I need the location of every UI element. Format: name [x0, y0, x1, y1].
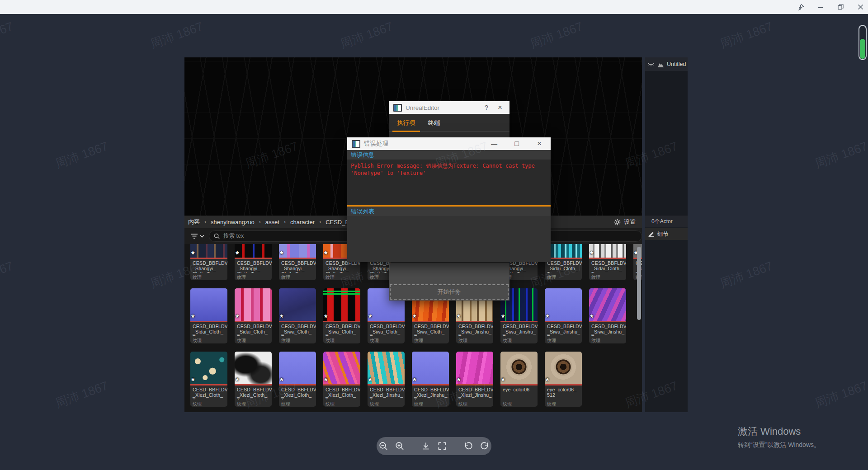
asset-name: CESD_BBFLDV_Xiezi_Jinshu_Tex	[368, 385, 405, 400]
asset-thumbnail: *	[412, 352, 449, 384]
screen-watermark-text: 周沛 1867	[53, 138, 111, 172]
asset-thumbnail: *	[545, 352, 582, 384]
asset-tile[interactable]: *CESD_BBFLDV_Sidai_Cloth_Tex纹理	[589, 244, 626, 280]
asset-thumbnail: *	[500, 352, 538, 384]
asset-tile[interactable]: *CESD_BBFLDV_Xiezi_Jinshu_Tex纹理	[456, 352, 493, 407]
asset-tile[interactable]: *CESD_BBFLDV_Siwa_Jinshu_Tex纹理	[545, 288, 582, 343]
settings-label: 设置	[624, 218, 636, 226]
asset-tile[interactable]: *CESD_BBFLDV_Xiezi_Cloth_Tex纹理	[235, 352, 272, 407]
close-button[interactable]: ×	[495, 103, 505, 112]
asset-name: eye_color06	[500, 385, 538, 400]
maximize-button[interactable]: □	[512, 140, 522, 148]
asset-thumbnail: *	[323, 288, 360, 321]
minimize-button[interactable]: —	[489, 140, 499, 147]
error-list[interactable]	[347, 216, 551, 262]
breadcrumb-item[interactable]: 内容	[188, 218, 200, 226]
asset-type-label: 纹理	[412, 336, 449, 343]
settings-button[interactable]: 设置	[614, 216, 636, 228]
asset-type-label: 纹理	[235, 336, 272, 343]
outliner-header: Untitled	[645, 57, 688, 71]
asset-name: CESD_BBFLDV_Shangyi_Cloth_T	[235, 259, 272, 273]
asset-type-label: 纹理	[500, 336, 538, 343]
asset-name: CESD_BBFLDV_Siwa_Jinshu_Tex	[500, 322, 538, 336]
error-dialog-title: 错误处理	[364, 140, 388, 148]
level-icon	[657, 61, 664, 67]
unsaved-asterisk-icon: *	[501, 315, 505, 321]
filter-button[interactable]	[191, 233, 204, 239]
close-button[interactable]: ×	[534, 139, 544, 148]
asset-type-label: 纹理	[279, 336, 316, 343]
outliner-body[interactable]	[645, 71, 688, 216]
asset-tile[interactable]: *CESD_BBFLDV_Xiezi_Cloth_Tex纹理	[190, 352, 227, 407]
zoom-in-icon[interactable]	[395, 441, 405, 451]
unreal-dialog-titlebar[interactable]: UnrealEditor ? ×	[389, 101, 509, 114]
asset-tile[interactable]: *CESD_BBFLDV_Xiezi_Cloth_Tex纹理	[279, 352, 316, 407]
asset-tile[interactable]: *eye_color06 纹理	[500, 352, 538, 407]
error-list-header: 错误列表	[347, 207, 551, 216]
asset-tile[interactable]: *CESD_BBFLDV_Shangyi_Cloth_T纹理	[235, 244, 272, 280]
asset-thumbnail: *	[589, 244, 626, 258]
breadcrumb-separator: ›	[319, 219, 321, 225]
asset-tile[interactable]: *eye_color06_512纹理	[545, 352, 582, 407]
unsaved-asterisk-icon: *	[280, 251, 283, 258]
asset-tile[interactable]: *CESD_BBFLDV_Xiezi_Jinshu_Tex纹理	[368, 352, 405, 407]
breadcrumb-item[interactable]: asset	[265, 219, 279, 226]
asset-tile[interactable]: *CESD_BBFLDV_Shangyi_Cloth_T纹理	[190, 244, 227, 280]
asset-name: CESD_BBFLDV_Siwa_Jinshu_Tex	[545, 322, 582, 336]
filter-icon	[191, 233, 198, 239]
eye-closed-icon[interactable]	[647, 62, 655, 67]
fullscreen-icon[interactable]	[437, 441, 447, 451]
asset-type-label: 纹理	[456, 336, 493, 343]
minimize-icon[interactable]	[816, 3, 825, 11]
breadcrumb-item[interactable]: shenyinwangzuo	[211, 219, 255, 226]
asset-name: CESD_BBFLDV_Xiezi_Cloth_Tex	[279, 385, 316, 400]
grid-scrollbar[interactable]	[637, 247, 641, 320]
tab-execute-items[interactable]: 执行项	[392, 119, 420, 132]
zoom-out-icon[interactable]	[378, 441, 388, 451]
asset-tile[interactable]: *CESD_BBFLDV_Sidai_Cloth_Tex纹理	[235, 288, 272, 343]
asset-tile[interactable]: *CESD_BBFLDV_Xiezi_Cloth_Tex纹理	[323, 352, 360, 407]
unsaved-asterisk-icon: *	[457, 378, 460, 384]
asset-tile[interactable]: *CESD_BBFLDV_Xiezi_Jinshu_Tex纹理	[412, 352, 449, 407]
asset-tile[interactable]: *CESD_BBFLDV_Siwa_Cloth_Tex纹理	[279, 288, 316, 343]
asset-type-label: 纹理	[545, 400, 582, 407]
asset-tile[interactable]: *CESD_BBFLDV_Shangyi_Cloth_T纹理	[279, 244, 316, 280]
asset-name: CESD_BBFLDV_Siwa_Jinshu_Tex	[456, 322, 493, 336]
screen-watermark-text: 周沛 1867	[718, 18, 775, 52]
activation-title: 激活 Windows	[738, 425, 820, 438]
breadcrumb-item[interactable]: character	[290, 219, 315, 226]
rotate-ccw-icon[interactable]	[463, 441, 473, 451]
download-icon[interactable]	[421, 441, 431, 451]
pin-icon[interactable]	[797, 3, 805, 11]
unsaved-asterisk-icon: *	[413, 315, 416, 321]
asset-thumbnail: *	[235, 288, 272, 321]
asset-name: CESD_BBFLDV_Siwa_Cloth_Tex	[279, 322, 316, 336]
breadcrumb-separator: ›	[204, 219, 206, 225]
asset-tile[interactable]: *CESD_BBFLDV_Siwa_Jinshu_Tex纹理	[589, 288, 626, 343]
help-button[interactable]: ?	[481, 104, 491, 111]
tab-details[interactable]: 细节	[645, 228, 688, 240]
asset-tile[interactable]: *CESD_BBFLDV_Sidai_Cloth_Tex纹理	[190, 288, 227, 343]
asset-tile[interactable]: *CESD_BBFLDV_Siwa_Cloth_Tex纹理	[323, 288, 360, 343]
close-icon[interactable]	[856, 3, 864, 11]
asset-name: CESD_BBFLDV_Siwa_Cloth_Tex	[368, 322, 405, 336]
outliner-title: Untitled	[667, 61, 686, 67]
pencil-icon	[648, 231, 655, 237]
edge-progress-indicator	[859, 25, 867, 60]
unsaved-asterisk-icon: *	[280, 315, 283, 321]
unreal-dialog-footer: 开始任务	[389, 263, 509, 301]
restore-icon[interactable]	[836, 3, 844, 11]
unsaved-asterisk-icon: *	[590, 251, 593, 258]
asset-type-label: 纹理	[323, 273, 360, 280]
tab-terminal[interactable]: 终端	[424, 119, 445, 131]
error-dialog-titlebar[interactable]: 错误处理 — □ ×	[347, 137, 551, 150]
search-text: 搜索 tex	[223, 232, 244, 240]
asset-type-label: 纹理	[190, 336, 227, 343]
rotate-cw-icon[interactable]	[480, 441, 490, 451]
asset-name: CESD_BBFLDV_Siwa_Cloth_Tex	[412, 322, 449, 336]
asset-name: CESD_BBFLDV_Xiezi_Cloth_Tex	[323, 385, 360, 400]
os-top-bar	[0, 0, 868, 14]
start-task-button[interactable]: 开始任务	[390, 284, 509, 300]
unsaved-asterisk-icon: *	[236, 315, 239, 321]
activation-subtitle: 转到“设置”以激活 Windows。	[738, 441, 820, 449]
